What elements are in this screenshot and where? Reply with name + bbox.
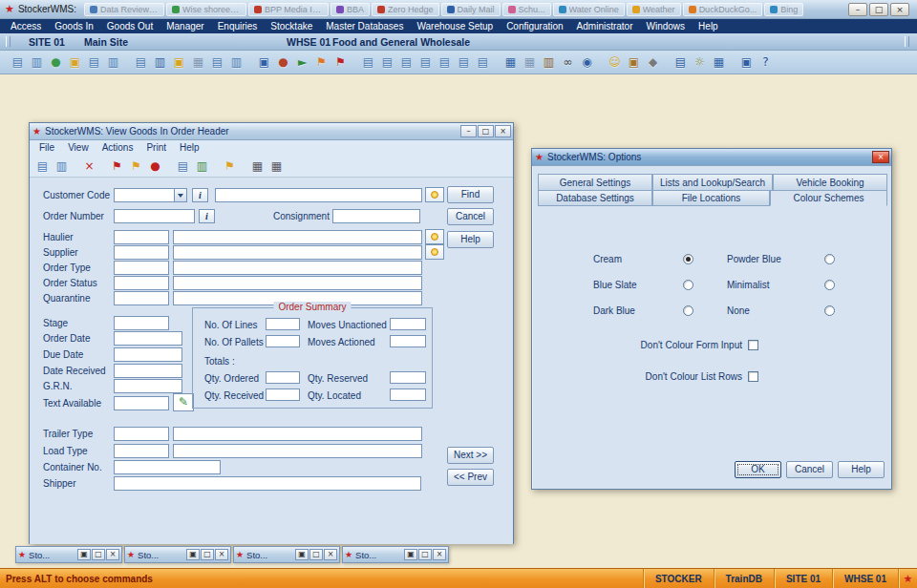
help-button[interactable]: Help [447,231,494,248]
import-package-icon[interactable]: ▣ [67,53,83,71]
import-document-icon[interactable]: ▥ [194,158,210,175]
print-icon[interactable]: ▦ [249,158,266,175]
notes-flag-icon[interactable]: ⚑ [222,158,238,175]
supplier-code-field[interactable] [114,245,169,260]
binoculars-icon[interactable]: ∞ [560,53,576,71]
goods-window-titlebar[interactable]: ★ StockerWMS: View Goods In Order Header… [30,123,513,140]
settings-gear-icon[interactable]: ☼ [692,53,708,71]
moves-unactioned-field[interactable] [390,318,426,330]
cancel-button[interactable]: Cancel [786,461,833,478]
checkbox-don-t-colour-form-input[interactable] [748,340,758,350]
delete-icon[interactable]: × [81,158,97,175]
close-button[interactable]: × [433,549,446,560]
world-export-icon[interactable]: ● [48,53,64,71]
goods-receive-icon[interactable]: ▤ [360,53,376,71]
order-grid-icon[interactable]: ▦ [190,53,206,71]
haulier-lookup-button[interactable] [425,229,444,244]
browser-tab-water-online[interactable]: Water Online [553,3,625,16]
goods-menu-help[interactable]: Help [173,142,206,153]
browser-tab-bba[interactable]: BBA [331,3,370,16]
browser-tab-wise-shoreel-heade[interactable]: Wise shoreel heade... [166,3,246,16]
no-of-lines-field[interactable] [266,318,300,330]
next-button[interactable]: Next >> [447,447,494,464]
goods-despatch-icon[interactable]: ▤ [437,53,453,71]
menu-warehouse-setup[interactable]: Warehouse Setup [410,21,500,32]
close-button[interactable]: × [106,549,119,560]
menu-access[interactable]: Access [4,21,48,32]
app-titlebar[interactable]: ★ StockerWMS: Data Review Com...Wise sho… [0,0,917,19]
minimized-window[interactable]: ★Sto...▣□× [342,546,449,563]
goods-putaway-icon[interactable]: ▤ [379,53,395,71]
export-document-icon[interactable]: ▤ [175,158,191,175]
document-blue-icon[interactable]: ▤ [672,53,689,71]
radio-minimalist[interactable] [824,280,835,290]
customer-lookup-button[interactable] [425,187,444,202]
document-report-icon[interactable]: ▥ [105,53,121,71]
order-copy-icon[interactable]: ▥ [228,53,245,71]
minimize-button[interactable]: – [848,3,867,16]
stage-field[interactable] [114,316,169,330]
goods-menu-file[interactable]: File [32,142,61,153]
stack-blue-icon[interactable]: ▦ [502,53,519,71]
new-order-icon[interactable]: ▤ [133,53,149,71]
grn-field[interactable] [114,379,182,393]
new-document-icon[interactable]: ▤ [10,53,26,71]
order-type-name-field[interactable] [173,261,422,275]
order-number-field[interactable] [114,209,195,223]
quarantine-code-field[interactable] [114,291,169,305]
container-no-field[interactable] [114,460,221,474]
goods-menu-actions[interactable]: Actions [96,142,140,153]
load-type-code-field[interactable] [114,444,169,458]
open-document-icon[interactable]: ▥ [29,53,45,71]
tab-lists-and-lookup-search[interactable]: Lists and Lookup/Search [652,174,773,190]
maximize-button[interactable]: □ [418,549,432,560]
radio-dark-blue[interactable] [683,305,693,316]
browser-tab-data-review-com[interactable]: Data Review Com... [84,3,164,16]
radio-powder-blue[interactable] [824,254,835,264]
menu-master-databases[interactable]: Master Databases [319,21,410,32]
stop-icon[interactable]: ● [147,158,163,175]
radio-cream[interactable] [683,254,693,264]
consignment-field[interactable] [332,209,420,223]
restore-button[interactable]: ▣ [77,549,91,560]
amend-order-icon[interactable]: ▣ [171,53,187,71]
minimized-window[interactable]: ★Sto...▣□× [124,546,231,563]
radio-none[interactable] [824,305,835,316]
menu-configuration[interactable]: Configuration [500,21,569,32]
tab-file-locations[interactable]: File Locations [652,190,770,206]
tab-general-settings[interactable]: General Settings [538,174,652,190]
copy-icon[interactable]: ▤ [34,158,51,175]
paste-icon[interactable]: ▥ [53,158,70,175]
minimized-window[interactable]: ★Sto...▣□× [233,546,340,563]
restore-button[interactable]: ▣ [186,549,200,560]
goods-menu-view[interactable]: View [61,142,96,153]
view-order-icon[interactable]: ▥ [152,53,168,71]
tab-colour-schemes[interactable]: Colour Schemes [770,190,887,206]
menu-administrator[interactable]: Administrator [570,21,640,32]
order-print-icon[interactable]: ▤ [209,53,225,71]
close-button[interactable]: × [324,549,337,560]
order-info-button[interactable]: i [199,209,215,223]
supplier-lookup-button[interactable] [425,244,444,260]
order-status-name-field[interactable] [173,276,422,290]
edit-text-button[interactable]: ✎ [173,393,194,411]
parcel-icon[interactable]: ▣ [626,53,642,71]
browser-tab-weather[interactable]: Weather [627,3,681,16]
qty-located-field[interactable] [390,388,426,401]
monitor-small-icon[interactable]: ▣ [738,53,755,71]
date-received-field[interactable] [114,364,182,378]
maximize-button[interactable]: □ [201,549,214,560]
goods-return-icon[interactable]: ▤ [475,53,491,71]
toolbar-grip[interactable] [905,36,909,47]
menu-enquiries[interactable]: Enquiries [211,21,265,32]
tab-database-settings[interactable]: Database Settings [538,190,652,206]
close-button[interactable]: × [872,151,889,163]
restore-button[interactable]: ▣ [404,549,417,560]
browser-tab-daily-mail[interactable]: Daily Mail [441,3,501,16]
maximize-button[interactable]: □ [869,3,888,16]
trailer-type-name-field[interactable] [173,427,422,441]
order-date-field[interactable] [114,331,182,346]
dropdown-button[interactable] [174,188,187,202]
prev-button[interactable]: << Prev [447,469,494,486]
customer-name-field[interactable] [215,188,422,202]
